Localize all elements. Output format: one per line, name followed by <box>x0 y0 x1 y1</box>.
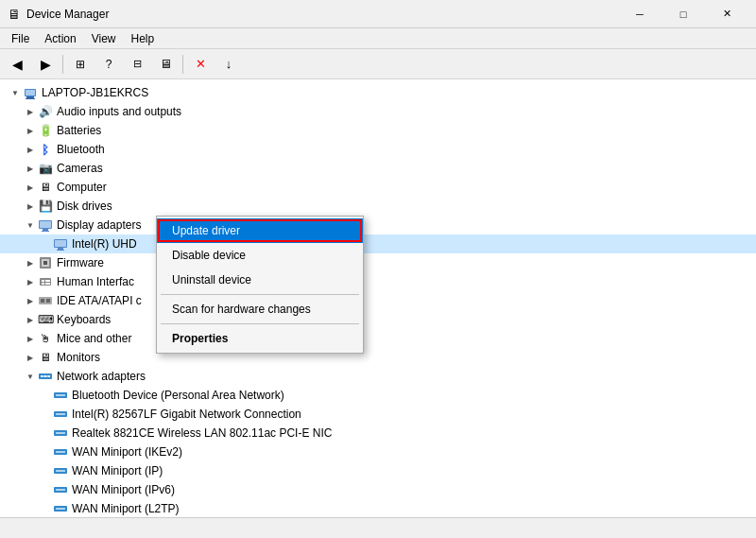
status-bar <box>0 517 756 538</box>
svg-rect-16 <box>42 280 44 282</box>
diskdrives-icon: 💾 <box>38 199 53 214</box>
wanl2tp-icon <box>53 501 68 516</box>
tree-inteluhd[interactable]: ▶ Intel(R) UHD <box>0 234 756 253</box>
ctx-uninstall-device[interactable]: Uninstall device <box>157 268 363 292</box>
close-button[interactable]: ✕ <box>705 0 748 28</box>
tree-wanipv6[interactable]: ▶ WAN Miniport (IPv6) <box>0 480 756 499</box>
tree-displayadapters[interactable]: ▼ Display adapters <box>0 216 756 234</box>
toolbar-monitor[interactable]: 🖥 <box>152 53 179 76</box>
toolbar-back[interactable]: ◀ <box>4 53 30 76</box>
root-icon <box>23 85 38 100</box>
intel82567-label: Intel(R) 82567LF Gigabit Network Connect… <box>72 408 301 421</box>
ideata-icon <box>38 293 53 308</box>
wanikev2-label: WAN Miniport (IKEv2) <box>72 445 182 459</box>
networkadapters-icon <box>38 369 53 384</box>
tree-monitors[interactable]: ▶ 🖥 Monitors <box>0 348 756 367</box>
svg-point-26 <box>44 375 46 377</box>
svg-point-27 <box>48 375 50 377</box>
arrow-computer: ▶ <box>23 180 38 195</box>
window-controls: ─ □ ✕ <box>618 0 748 28</box>
menu-help[interactable]: Help <box>124 30 163 47</box>
arrow-firmware: ▶ <box>23 255 38 270</box>
svg-rect-35 <box>56 451 65 453</box>
tree-wanip[interactable]: ▶ WAN Miniport (IP) <box>0 461 756 480</box>
networkadapters-label: Network adapters <box>57 370 146 383</box>
tree-diskdrives[interactable]: ▶ 💾 Disk drives <box>0 197 756 216</box>
toolbar-help[interactable]: ? <box>95 53 122 76</box>
toolbar-scan[interactable]: ↓ <box>215 53 242 76</box>
root-label: LAPTOP-JB1EKRCS <box>42 86 148 99</box>
tree-firmware[interactable]: ▶ Firmware <box>0 253 756 272</box>
svg-rect-5 <box>40 221 51 228</box>
svg-rect-2 <box>26 98 35 99</box>
btdevice-label: Bluetooth Device (Personal Area Network) <box>72 389 284 402</box>
restore-button[interactable]: □ <box>662 0 705 28</box>
wanl2tp-label: WAN Miniport (L2TP) <box>72 502 180 515</box>
svg-rect-3 <box>26 90 35 95</box>
arrow-humaninterface: ▶ <box>23 274 38 289</box>
ctx-scan-hardware[interactable]: Scan for hardware changes <box>157 297 363 321</box>
tree-mice[interactable]: ▶ 🖱 Mice and other <box>0 329 756 348</box>
wanipv6-label: WAN Miniport (IPv6) <box>72 483 175 496</box>
batteries-icon: 🔋 <box>38 123 53 138</box>
menu-view[interactable]: View <box>84 30 124 47</box>
tree-panel[interactable]: ▼ LAPTOP-JB1EKRCS ▶ 🔊 Audio inputs and o… <box>0 79 756 517</box>
arrow-displayadapters: ▼ <box>23 217 38 233</box>
wanip-icon <box>53 463 68 478</box>
diskdrives-label: Disk drives <box>57 200 112 213</box>
ctx-disable-device[interactable]: Disable device <box>157 243 363 268</box>
svg-point-25 <box>41 375 43 377</box>
tree-bluetooth[interactable]: ▶ ᛒ Bluetooth <box>0 140 756 159</box>
tree-ideata[interactable]: ▶ IDE ATA/ATAPI c <box>0 291 756 310</box>
toolbar-properties[interactable]: ⊞ <box>67 53 94 76</box>
bluetooth-icon: ᛒ <box>38 142 53 157</box>
tree-audio[interactable]: ▶ 🔊 Audio inputs and outputs <box>0 102 756 121</box>
realtek-label: Realtek 8821CE Wireless LAN 802.11ac PCI… <box>72 426 332 440</box>
ctx-update-driver[interactable]: Update driver <box>157 218 363 243</box>
toolbar-view[interactable]: ⊟ <box>124 53 150 76</box>
toolbar-sep-2 <box>182 55 183 74</box>
audio-label: Audio inputs and outputs <box>57 105 181 118</box>
tree-realtek[interactable]: ▶ Realtek 8821CE Wireless LAN 802.11ac P… <box>0 424 756 443</box>
tree-keyboards[interactable]: ▶ ⌨ Keyboards <box>0 310 756 329</box>
menu-action[interactable]: Action <box>37 30 83 47</box>
tree-networkadapters[interactable]: ▼ Network adapters <box>0 367 756 386</box>
tree-wanikev2[interactable]: ▶ WAN Miniport (IKEv2) <box>0 443 756 461</box>
tree-computer[interactable]: ▶ 🖥 Computer <box>0 178 756 197</box>
tree-root[interactable]: ▼ LAPTOP-JB1EKRCS <box>0 83 756 102</box>
arrow-monitors: ▶ <box>23 350 38 365</box>
displayadapters-label: Display adapters <box>57 218 141 232</box>
mice-label: Mice and other <box>57 332 131 345</box>
ctx-sep-2 <box>161 323 359 324</box>
tree-batteries[interactable]: ▶ 🔋 Batteries <box>0 121 756 140</box>
keyboards-label: Keyboards <box>57 313 111 326</box>
computer-label: Computer <box>57 181 107 194</box>
minimize-button[interactable]: ─ <box>618 0 662 28</box>
humaninterface-label: Human Interfac <box>57 275 134 288</box>
arrow-cameras: ▶ <box>23 161 38 176</box>
tree-cameras[interactable]: ▶ 📷 Cameras <box>0 159 756 178</box>
bluetooth-label: Bluetooth <box>57 143 105 156</box>
inteluhd-label: Intel(R) UHD <box>72 237 137 251</box>
tree-humaninterface[interactable]: ▶ Human Interfac <box>0 272 756 291</box>
toolbar-remove[interactable]: ✕ <box>187 53 214 76</box>
audio-icon: 🔊 <box>38 104 53 119</box>
ctx-properties[interactable]: Properties <box>157 326 363 351</box>
arrow-audio: ▶ <box>23 104 38 119</box>
firmware-icon <box>38 255 53 270</box>
cameras-label: Cameras <box>57 162 103 175</box>
computer-icon: 🖥 <box>38 180 53 195</box>
toolbar: ◀ ▶ ⊞ ? ⊟ 🖥 ✕ ↓ <box>0 49 756 79</box>
cameras-icon: 📷 <box>38 161 53 176</box>
menu-file[interactable]: File <box>4 30 37 47</box>
svg-rect-39 <box>56 489 65 491</box>
tree-btdevice[interactable]: ▶ Bluetooth Device (Personal Area Networ… <box>0 386 756 405</box>
tree-wanl2tp[interactable]: ▶ WAN Miniport (L2TP) <box>0 499 756 517</box>
tree-intel82567[interactable]: ▶ Intel(R) 82567LF Gigabit Network Conne… <box>0 405 756 424</box>
toolbar-forward[interactable]: ▶ <box>32 53 59 76</box>
svg-rect-1 <box>26 96 34 98</box>
title-bar-icon: 🖥 <box>8 7 21 22</box>
arrow-mice: ▶ <box>23 331 38 346</box>
svg-rect-17 <box>45 280 50 282</box>
toolbar-sep-1 <box>62 55 63 74</box>
